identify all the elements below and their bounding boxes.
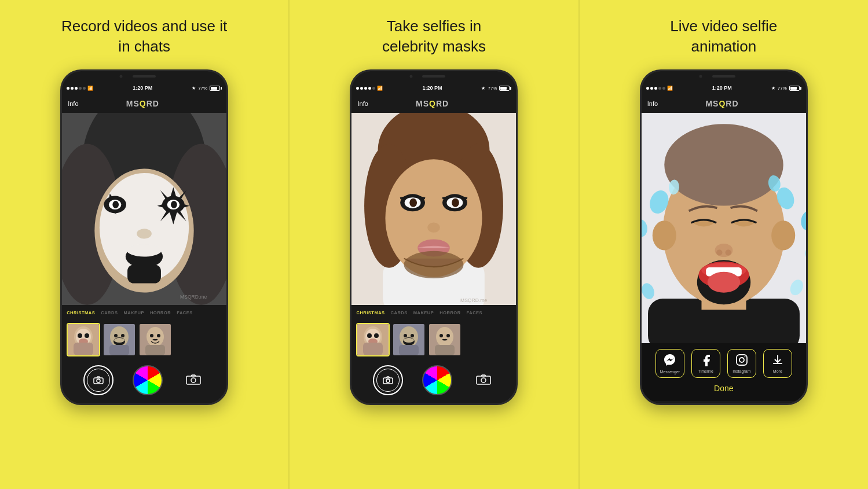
signal-dot: [67, 87, 69, 90]
status-left-1: 📶: [67, 86, 93, 91]
phone-2-controls: [351, 359, 516, 401]
signal-dot: [356, 87, 359, 90]
switch-camera-btn-2[interactable]: [472, 369, 495, 392]
thumb-1-3[interactable]: [138, 323, 172, 356]
svg-rect-111: [773, 363, 782, 364]
thumb-1-1[interactable]: [67, 323, 100, 356]
phone-3-status-bar: 📶 1:20 PM ★ 77%: [642, 82, 806, 94]
filter-cards-2[interactable]: CARDS: [391, 310, 408, 315]
phone-3-speaker: [712, 75, 735, 78]
color-btn-1[interactable]: [133, 365, 163, 395]
facebook-share-btn[interactable]: Timeline: [691, 349, 720, 378]
thumb-2-2[interactable]: [392, 323, 426, 356]
phone-1: 📶 1:20 PM ★ 77% Info MSQRD: [60, 69, 228, 405]
signal-dot: [71, 87, 74, 90]
bluetooth-icon: ★: [192, 86, 196, 91]
logo-q: Q: [140, 99, 147, 108]
phone-1-speaker: [133, 75, 156, 78]
messenger-share-btn[interactable]: Messenger: [655, 349, 684, 378]
signal-dot: [372, 87, 375, 90]
phone-2-app-header: Info MSQRD: [351, 94, 516, 113]
instagram-share-btn[interactable]: Instagram: [727, 349, 756, 378]
phone-1-bottom: [62, 401, 226, 403]
signal-dot: [75, 87, 78, 90]
status-right-3: ★ 77%: [771, 86, 801, 91]
svg-point-12: [113, 201, 119, 208]
status-left-2: 📶: [356, 86, 383, 91]
phone-1-filters: CHRISTMAS CARDS MAKEUP HORROR FACES: [62, 305, 226, 320]
signal-dot: [662, 87, 665, 90]
panel-3: Live video selfieanimation 📶: [580, 0, 868, 489]
phone-3-logo: MSQRD: [705, 99, 738, 108]
signal-dot: [646, 87, 649, 90]
photo-btn-1[interactable]: [83, 365, 113, 395]
done-button[interactable]: Done: [714, 381, 733, 395]
phone-3-top: [642, 71, 806, 82]
svg-rect-64: [363, 343, 383, 355]
svg-point-28: [114, 334, 118, 337]
phone-2-camera-dot: [409, 75, 412, 78]
share-buttons-row: Messenger Timeline: [655, 349, 792, 378]
svg-point-22: [78, 333, 82, 338]
signal-dot: [364, 87, 367, 90]
filter-horror-1[interactable]: HORROR: [150, 310, 171, 315]
filter-faces-2[interactable]: FACES: [467, 310, 483, 315]
svg-point-109: [739, 358, 744, 362]
status-time-2: 1:20 PM: [383, 85, 481, 91]
panel-1-title: Record videos and use itin chats: [61, 16, 227, 57]
svg-point-13: [171, 201, 177, 208]
signal-dot: [368, 87, 371, 90]
filter-horror-2[interactable]: HORROR: [440, 310, 460, 315]
messenger-label: Messenger: [660, 370, 680, 374]
filter-faces-1[interactable]: FACES: [177, 310, 193, 315]
panel-1: Record videos and use itin chats: [0, 0, 288, 489]
svg-point-110: [744, 356, 745, 358]
thumb-2-3[interactable]: [428, 323, 462, 356]
bluetooth-icon-3: ★: [771, 86, 775, 91]
svg-point-90: [725, 249, 731, 255]
color-btn-2[interactable]: [422, 365, 452, 395]
more-share-btn[interactable]: More: [763, 349, 792, 378]
status-time-1: 1:20 PM: [93, 85, 192, 91]
phone-2-info[interactable]: Info: [357, 100, 368, 107]
filter-makeup-2[interactable]: MAKEUP: [413, 310, 434, 315]
thumb-1-2[interactable]: [102, 323, 136, 356]
logo-rd-2: RD: [436, 99, 449, 108]
phone-1-app-header: Info MSQRD: [62, 94, 226, 113]
filter-christmas-2[interactable]: CHRISTMAS: [356, 310, 384, 315]
svg-point-53: [452, 198, 460, 207]
svg-point-34: [147, 327, 164, 347]
phone-1-info[interactable]: Info: [68, 100, 78, 107]
svg-rect-76: [435, 345, 455, 355]
status-left-3: 📶: [646, 86, 673, 91]
phone-2-top: [351, 71, 516, 82]
svg-point-80: [481, 378, 486, 383]
phone-3-info[interactable]: Info: [647, 100, 658, 107]
switch-camera-btn-1[interactable]: [182, 369, 205, 392]
svg-point-73: [436, 327, 453, 347]
svg-text:MSQRD.me: MSQRD.me: [180, 294, 207, 300]
phone-1-controls: [62, 359, 226, 401]
phone-2-logo: MSQRD: [416, 99, 449, 108]
phone-1-top: [62, 71, 226, 82]
timeline-label: Timeline: [698, 369, 713, 373]
logo-ms-3: MS: [705, 99, 719, 108]
phone-3-bottom: [642, 401, 806, 403]
thumb-2-1[interactable]: [356, 323, 390, 356]
filter-makeup-1[interactable]: MAKEUP: [123, 310, 144, 315]
filter-christmas-1[interactable]: CHRISTMAS: [67, 310, 95, 315]
photo-btn-2[interactable]: [373, 365, 403, 395]
svg-point-86: [653, 220, 676, 250]
wifi-icon: 📶: [87, 86, 93, 91]
svg-point-78: [386, 379, 390, 383]
battery-percent-1: 77%: [198, 86, 207, 91]
panel-2-title: Take selfies incelebrity masks: [382, 16, 486, 57]
svg-point-16: [127, 244, 162, 256]
status-right-1: ★ 77%: [192, 86, 222, 91]
filter-cards-1[interactable]: CARDS: [101, 310, 118, 315]
more-label: More: [773, 369, 782, 373]
svg-point-95: [708, 272, 740, 293]
svg-point-68: [411, 334, 414, 337]
svg-rect-79: [477, 376, 490, 384]
svg-point-70: [404, 338, 414, 343]
